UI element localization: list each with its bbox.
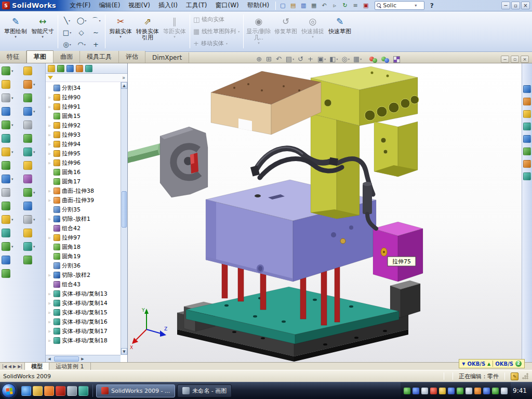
tree-item[interactable]: ▹ 拉伸94: [47, 139, 120, 149]
search-box[interactable]: ▾: [375, 1, 424, 10]
toolbar-button[interactable]: ⇗ 转换实体引用: [134, 12, 161, 50]
featuremanager-tab-icon[interactable]: [76, 65, 83, 72]
sketch-tool-button[interactable]: +: [89, 38, 103, 50]
menu-item[interactable]: 窗口(W): [211, 0, 243, 11]
expander-arrow[interactable]: ▹: [47, 123, 52, 128]
tree-item[interactable]: ▹ 实体-移动/复制17: [47, 326, 120, 336]
tree-item[interactable]: ▹ 拉伸90: [47, 92, 120, 102]
net-speed-monitor[interactable]: ▼ OKB/S ▲ OKB/S 2: [459, 359, 525, 368]
quick-launch-icon[interactable]: [33, 386, 43, 396]
featuremanager-tab-icon[interactable]: [66, 65, 74, 72]
task-pane-icon[interactable]: [523, 135, 531, 143]
apply-scene-icon[interactable]: [381, 56, 390, 63]
model-part-magenta-block[interactable]: [373, 222, 423, 282]
featuremanager-tab-icon[interactable]: [57, 65, 64, 72]
model-part-purple-core[interactable]: [206, 180, 390, 282]
feature-toolbar-icon[interactable]: ▾: [2, 242, 14, 251]
document-window-button[interactable]: ×: [521, 56, 529, 63]
tree-item[interactable]: ▹ 拉伸97: [47, 233, 120, 242]
feature-toolbar-icon[interactable]: [2, 107, 11, 116]
view-tool-icon[interactable]: ↶: [275, 55, 283, 63]
toolbar-button[interactable]: ✂ 剪裁实体 ▾: [107, 12, 134, 50]
view-tool-icon[interactable]: ◎▾: [341, 55, 350, 63]
toolbar-button[interactable]: ◫ 镜向实体: [192, 14, 242, 25]
help-button[interactable]: ?: [428, 2, 436, 9]
expander-arrow[interactable]: ▹: [47, 95, 52, 100]
feature-toolbar-icon[interactable]: [23, 256, 33, 264]
feature-toolbar-icon[interactable]: [2, 202, 11, 210]
feature-toolbar-icon[interactable]: ▾: [2, 94, 14, 102]
task-pane-icon[interactable]: [523, 110, 531, 118]
expander-arrow[interactable]: ▹: [47, 189, 52, 193]
task-pane-icon[interactable]: [523, 85, 531, 93]
quick-launch-icon[interactable]: [44, 386, 54, 396]
quick-launch-icon[interactable]: [67, 386, 77, 396]
feature-toolbar-icon[interactable]: ▾: [2, 66, 14, 75]
quick-access-icon[interactable]: ▤: [288, 1, 298, 10]
menu-item[interactable]: 插入(I): [154, 0, 182, 11]
toolbar-button[interactable]: ✎ 草图绘制 ▾: [2, 12, 29, 50]
tree-item[interactable]: ▹ 切除-放样1: [47, 214, 120, 223]
menu-item[interactable]: 帮助(H): [243, 0, 273, 11]
task-pane-icon[interactable]: [523, 148, 531, 155]
document-tab[interactable]: 模型: [24, 363, 49, 370]
toolbar-button[interactable]: ↺ 修复草图: [272, 12, 299, 50]
view-tool-icon[interactable]: ⊞: [265, 55, 273, 63]
commandmanager-tab[interactable]: 曲面: [54, 51, 80, 63]
tree-filter-row[interactable]: »: [46, 74, 127, 82]
tray-icon[interactable]: [448, 388, 455, 394]
task-pane-icon[interactable]: [523, 160, 531, 168]
sketch-tool-button[interactable]: ◎▾: [60, 38, 74, 50]
tray-icon[interactable]: [483, 388, 490, 394]
expander-arrow[interactable]: ▹: [47, 235, 52, 240]
expander-arrow[interactable]: ▹: [47, 161, 52, 165]
search-input[interactable]: [383, 2, 413, 9]
expander-arrow[interactable]: ▹: [47, 142, 52, 147]
view-tool-icon[interactable]: +: [307, 55, 314, 63]
featuremanager-tab-icon[interactable]: [48, 65, 55, 72]
tray-icon[interactable]: [404, 388, 410, 394]
view-settings-icon[interactable]: [393, 56, 400, 63]
feature-toolbar-icon[interactable]: [23, 94, 33, 102]
tree-item[interactable]: 分割36: [47, 261, 120, 270]
sketch-tool-button[interactable]: ◇: [74, 26, 89, 38]
feature-toolbar-icon[interactable]: ▾: [23, 242, 35, 251]
menu-item[interactable]: 视图(V): [124, 0, 154, 11]
feature-toolbar-icon[interactable]: ▾: [2, 148, 14, 156]
tray-icon[interactable]: [466, 388, 472, 394]
expander-arrow[interactable]: ▹: [47, 301, 52, 305]
sketch-tool-button[interactable]: ◯▾: [74, 15, 89, 26]
quick-launch-icon[interactable]: [21, 386, 31, 396]
tree-item[interactable]: 分割35: [47, 205, 120, 214]
chevron-icon[interactable]: »: [122, 75, 125, 81]
sketch-tool-button[interactable]: □▾: [60, 26, 74, 38]
sketch-edit-icon[interactable]: ✎: [511, 373, 518, 380]
feature-toolbar-icon[interactable]: ▾: [23, 188, 35, 197]
tree-item[interactable]: 圆角15: [47, 111, 120, 121]
commandmanager-tab[interactable]: 评估: [119, 51, 145, 63]
view-tool-icon[interactable]: ▦▾: [353, 55, 362, 63]
quick-launch-icon[interactable]: [56, 386, 65, 396]
scroll-left-arrow[interactable]: ◀: [46, 357, 53, 361]
tree-item[interactable]: ▹ 拉伸95: [47, 149, 120, 158]
feature-toolbar-icon[interactable]: [23, 229, 33, 237]
tray-icon[interactable]: [457, 388, 463, 394]
tray-icon[interactable]: [501, 388, 508, 394]
task-pane-icon[interactable]: [523, 98, 531, 105]
quick-access-icon[interactable]: ▦: [309, 1, 318, 10]
feature-toolbar-icon[interactable]: [2, 134, 11, 143]
document-window-button[interactable]: ▫: [511, 56, 519, 63]
window-button[interactable]: ×: [521, 2, 530, 9]
document-tab[interactable]: 运动算例 1: [49, 363, 91, 370]
resize-grip[interactable]: [522, 373, 529, 380]
feature-toolbar-icon[interactable]: ▾: [2, 215, 14, 224]
toolbar-button[interactable]: ◉ 显示/删除几.. ▾: [245, 12, 272, 50]
toolbar-button[interactable]: ✎ 快速草图: [326, 12, 353, 50]
scrollbar-thumb[interactable]: [54, 356, 79, 362]
quick-access-icon[interactable]: ≡: [351, 1, 360, 10]
tree-item[interactable]: ▹ 拉伸93: [47, 130, 120, 139]
tree-item[interactable]: ▹ 实体-移动/复制13: [47, 289, 120, 298]
tree-item[interactable]: ▹ 曲面-拉伸39: [47, 195, 120, 205]
task-pane-icon[interactable]: [523, 172, 531, 180]
toolbar-button[interactable]: ◎ 快速捕捉 ▾: [299, 12, 326, 50]
